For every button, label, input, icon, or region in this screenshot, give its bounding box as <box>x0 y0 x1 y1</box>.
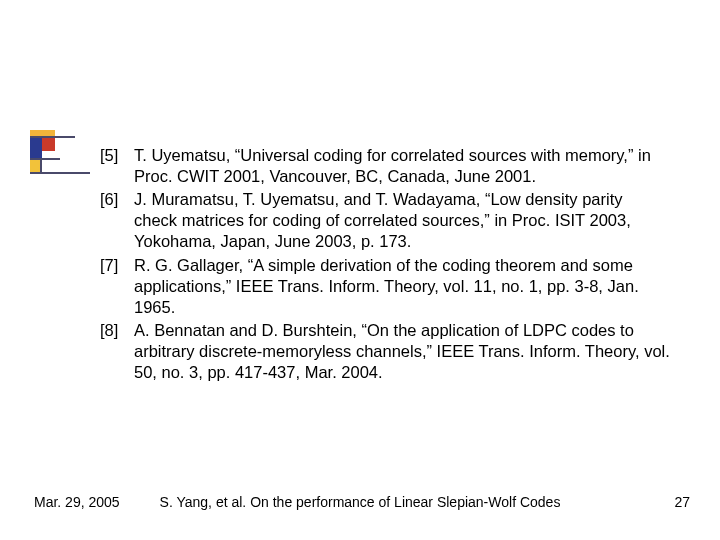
slide-logo <box>30 130 75 175</box>
reference-number: [8] <box>100 320 134 383</box>
reference-text: A. Bennatan and D. Burshtein, “On the ap… <box>134 320 670 383</box>
reference-item: [8] A. Bennatan and D. Burshtein, “On th… <box>100 320 670 383</box>
references-block: [5] T. Uyematsu, “Universal coding for c… <box>100 145 670 385</box>
reference-text: J. Muramatsu, T. Uyematsu, and T. Wadaya… <box>134 189 670 252</box>
reference-number: [6] <box>100 189 134 252</box>
footer-date: Mar. 29, 2005 <box>34 494 120 510</box>
reference-item: [7] R. G. Gallager, “A simple derivation… <box>100 255 670 318</box>
reference-number: [5] <box>100 145 134 187</box>
reference-text: T. Uyematsu, “Universal coding for corre… <box>134 145 670 187</box>
slide-footer: S. Yang, et al. On the performance of Li… <box>0 494 720 514</box>
reference-text: R. G. Gallager, “A simple derivation of … <box>134 255 670 318</box>
reference-item: [6] J. Muramatsu, T. Uyematsu, and T. Wa… <box>100 189 670 252</box>
reference-item: [5] T. Uyematsu, “Universal coding for c… <box>100 145 670 187</box>
footer-page-number: 27 <box>674 494 690 510</box>
reference-number: [7] <box>100 255 134 318</box>
